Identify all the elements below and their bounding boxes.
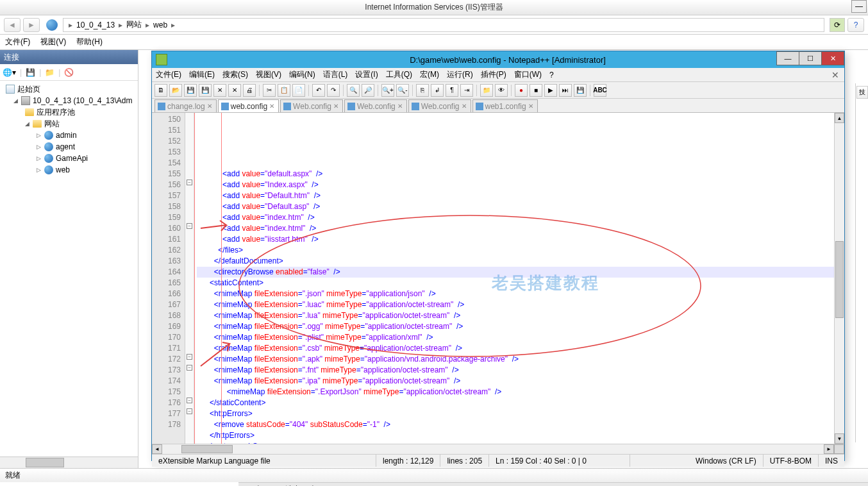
file-tab[interactable]: web1.config✕ bbox=[472, 99, 538, 112]
tab-close-icon[interactable]: ✕ bbox=[462, 103, 468, 110]
help-button[interactable]: ? bbox=[847, 18, 864, 32]
spellcheck-icon[interactable]: ABC bbox=[594, 84, 606, 97]
menu[interactable]: 窗口(W) bbox=[514, 69, 542, 80]
menu[interactable]: 视图(V) bbox=[40, 37, 66, 47]
tree-item-site[interactable]: ▷admin bbox=[3, 130, 135, 141]
file-tab[interactable]: change.log✕ bbox=[154, 99, 217, 112]
fold-icon[interactable]: − bbox=[187, 354, 192, 360]
menu[interactable]: 语言(L) bbox=[323, 69, 348, 80]
forward-button[interactable]: ► bbox=[23, 18, 40, 32]
code-line[interactable]: <staticContent> bbox=[197, 278, 834, 289]
vscrollbar[interactable]: ▲ ▼ bbox=[834, 113, 844, 444]
file-tab[interactable]: Web.config✕ bbox=[280, 99, 343, 112]
code-line[interactable]: <mimeMap fileExtension=".plist" mimeType… bbox=[197, 332, 834, 343]
savemacro-icon[interactable]: 💾 bbox=[574, 84, 587, 97]
code-line[interactable]: <mimeMap fileExtension=".luac" mimeType=… bbox=[197, 299, 834, 310]
back-button[interactable]: ◄ bbox=[4, 18, 21, 32]
code-line[interactable]: <remove statusCode="404" subStatusCode="… bbox=[197, 419, 834, 430]
save-icon[interactable]: 💾 bbox=[184, 84, 197, 97]
maximize-button[interactable]: ☐ bbox=[799, 51, 822, 65]
code-line[interactable]: <mimeMap fileExtension=".ogg" mimeType="… bbox=[197, 321, 834, 332]
code-line[interactable]: </defaultDocument> bbox=[197, 256, 834, 267]
close-button[interactable]: ✕ bbox=[821, 51, 844, 65]
closeall-icon[interactable]: ✕ bbox=[228, 84, 241, 97]
tree-item-sites[interactable]: ◢网站 bbox=[3, 118, 135, 130]
para-icon[interactable]: ¶ bbox=[446, 84, 458, 97]
print-icon[interactable]: 🖨 bbox=[243, 84, 256, 97]
code-line[interactable]: <add value="index.htm" /> bbox=[197, 212, 834, 223]
menu[interactable]: 宏(M) bbox=[420, 69, 439, 80]
browse-icon[interactable]: 📁 bbox=[45, 68, 54, 77]
cut-icon[interactable]: ✂ bbox=[263, 84, 276, 97]
code-line[interactable]: <mimeMap fileExtension=".json" mimeType=… bbox=[197, 289, 834, 299]
code-line[interactable]: <mimeMap fileExtension=".ExportJson" mim… bbox=[197, 387, 834, 398]
find-icon[interactable]: 🔍 bbox=[347, 84, 360, 97]
tree-item-site[interactable]: ▷web bbox=[3, 164, 135, 176]
code-line[interactable]: <add value="Index.aspx" /> bbox=[197, 180, 834, 190]
code-line[interactable]: <mimeMap fileExtension=".fnt" mimeType="… bbox=[197, 365, 834, 376]
code-line[interactable]: <mimeMap fileExtension=".apk" mimeType="… bbox=[197, 354, 834, 365]
refresh-button[interactable]: ⟳ bbox=[830, 18, 845, 32]
code-area[interactable]: <add value="default.aspx" /> <add value=… bbox=[194, 113, 834, 444]
code-line[interactable]: </files> bbox=[197, 245, 834, 256]
code-line[interactable]: </staticContent> bbox=[197, 398, 834, 408]
stop-icon[interactable]: 🚫 bbox=[64, 68, 74, 77]
stop-icon[interactable]: ■ bbox=[530, 84, 542, 97]
fold-icon[interactable]: − bbox=[187, 180, 192, 185]
copy-icon[interactable]: 📋 bbox=[278, 84, 290, 97]
wrap-icon[interactable]: ↲ bbox=[431, 84, 444, 97]
minimize-button[interactable]: — bbox=[776, 51, 799, 65]
fold-icon[interactable]: − bbox=[187, 398, 192, 403]
fold-icon[interactable]: − bbox=[187, 223, 192, 229]
file-tab[interactable]: web.config✕ bbox=[218, 99, 279, 112]
code-line[interactable]: <directoryBrowse enabled="false" /> bbox=[197, 267, 834, 278]
minimize-button[interactable]: — bbox=[851, 0, 867, 13]
menu[interactable]: 运行(R) bbox=[447, 69, 473, 80]
actions-toggle[interactable]: 技 bbox=[856, 86, 868, 99]
sync-icon[interactable]: ⎘ bbox=[416, 84, 429, 97]
open-icon[interactable]: 📂 bbox=[169, 84, 182, 97]
new-icon[interactable]: 🗎 bbox=[154, 84, 167, 97]
file-tab[interactable]: Web.config✕ bbox=[408, 99, 471, 112]
code-line[interactable]: <add value="default.aspx" /> bbox=[197, 169, 834, 180]
indent-icon[interactable]: ⇥ bbox=[460, 84, 473, 97]
zoomout-icon[interactable]: 🔍- bbox=[396, 84, 409, 97]
menu[interactable]: 编码(N) bbox=[289, 69, 315, 80]
menu[interactable]: 视图(V) bbox=[256, 69, 281, 80]
menu[interactable]: 帮助(H) bbox=[76, 37, 103, 47]
folder-icon[interactable]: 📁 bbox=[480, 84, 493, 97]
connect-icon[interactable]: 🌐▾ bbox=[3, 68, 16, 77]
code-line[interactable]: <httpErrors> bbox=[197, 408, 834, 419]
hscrollbar[interactable] bbox=[0, 457, 138, 468]
tree-item-site[interactable]: ▷GameApi bbox=[3, 153, 135, 164]
tab-close-icon[interactable]: ✕ bbox=[269, 103, 276, 110]
breadcrumb[interactable]: ▸10_0_4_13 ▸网站 ▸web ▸ bbox=[63, 18, 824, 32]
close-icon[interactable]: ✕ bbox=[213, 84, 226, 97]
tab-close-icon[interactable]: ✕ bbox=[333, 103, 340, 110]
code-line[interactable]: <add value="index.html" /> bbox=[197, 223, 834, 234]
code-line[interactable]: </httpErrors> bbox=[197, 430, 834, 441]
menu[interactable]: 文件(F) bbox=[5, 37, 30, 47]
code-line[interactable]: <mimeMap fileExtension=".ipa" mimeType="… bbox=[197, 376, 834, 387]
code-line[interactable]: <mimeMap fileExtension=".lua" mimeType="… bbox=[197, 310, 834, 321]
npp-titlebar[interactable]: D:\game\web\web.config - Notepad++ [Admi… bbox=[152, 51, 844, 68]
tree-item-home[interactable]: 起始页 bbox=[3, 83, 135, 95]
saveall-icon[interactable]: 💾 bbox=[199, 84, 212, 97]
fold-gutter[interactable]: − − − − − − bbox=[185, 113, 194, 444]
menu[interactable]: 文件(E) bbox=[156, 69, 181, 80]
tab-close-icon[interactable]: ✕ bbox=[397, 103, 404, 110]
code-line[interactable]: <add value="Default.htm" /> bbox=[197, 190, 834, 201]
undo-icon[interactable]: ↶ bbox=[312, 84, 325, 97]
code-line[interactable]: <add value="Default.asp" /> bbox=[197, 201, 834, 212]
fold-icon[interactable]: − bbox=[187, 408, 192, 414]
menu[interactable]: 工具(Q) bbox=[386, 69, 412, 80]
play-icon[interactable]: ▶ bbox=[544, 84, 557, 97]
monitor-icon[interactable]: 👁 bbox=[495, 84, 508, 97]
tab-close-icon[interactable]: ✕ bbox=[831, 70, 839, 80]
tab-close-icon[interactable]: ✕ bbox=[528, 103, 535, 110]
fold-icon[interactable]: − bbox=[187, 365, 192, 371]
file-tab[interactable]: Web.config✕ bbox=[344, 99, 407, 112]
menu[interactable]: 搜索(S) bbox=[222, 69, 248, 80]
code-line[interactable]: <add value="iisstart.htm" /> bbox=[197, 234, 834, 245]
menu[interactable]: 插件(P) bbox=[481, 69, 506, 80]
